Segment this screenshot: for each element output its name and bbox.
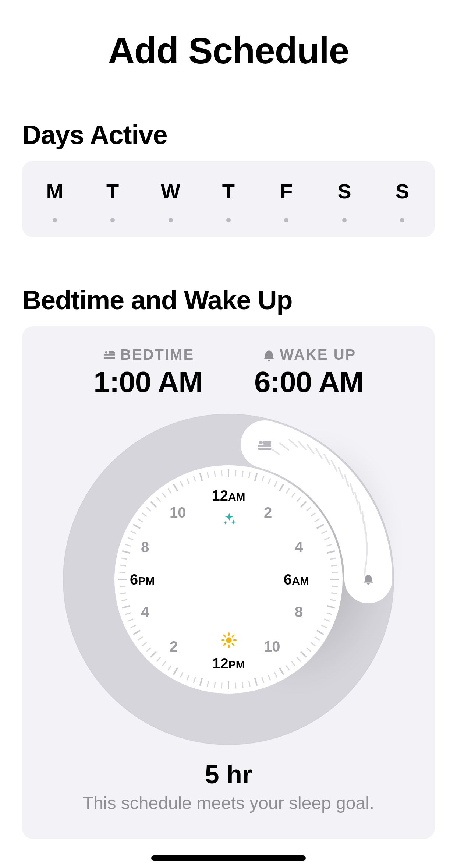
bedtime-header-text: BEDTIME (120, 346, 194, 363)
svg-line-28 (224, 635, 225, 636)
day-dot (110, 218, 115, 222)
dial-inner-face: 12AM 2 4 6AM 8 10 12PM 2 4 6PM 8 10 (114, 465, 343, 694)
home-indicator[interactable] (151, 855, 306, 861)
face-2: 2 (264, 504, 272, 521)
sleep-schedule-card: BEDTIME 1:00 AM WAKE UP 6:00 AM (22, 326, 435, 839)
wakeup-block: WAKE UP 6:00 AM (254, 346, 364, 399)
wakeup-value: 6:00 AM (254, 365, 364, 399)
day-toggle-sun[interactable]: S (384, 179, 421, 222)
day-dot (284, 218, 288, 222)
day-toggle-mon[interactable]: M (36, 179, 73, 222)
face-12am: 12AM (212, 487, 245, 504)
svg-rect-19 (258, 445, 271, 447)
day-letter: F (280, 179, 293, 203)
day-toggle-wed[interactable]: W (152, 179, 189, 222)
day-dot (53, 218, 57, 222)
bedtime-header: BEDTIME (93, 346, 203, 363)
bedtime-value: 1:00 AM (93, 365, 203, 399)
bell-icon (262, 347, 276, 362)
face-10t: 10 (170, 504, 186, 521)
svg-line-14 (365, 522, 365, 534)
face-12pm: 12PM (212, 655, 245, 672)
face-10: 10 (264, 638, 280, 655)
face-6am: 6AM (284, 571, 309, 588)
days-active-label: Days Active (22, 120, 435, 150)
svg-line-29 (233, 644, 234, 645)
days-active-card: M T W T F S S (22, 161, 435, 237)
svg-rect-22 (263, 441, 271, 445)
day-dot (169, 218, 173, 222)
day-dot (400, 218, 404, 222)
sleep-duration: 5 hr (37, 760, 420, 789)
day-toggle-tue[interactable]: T (94, 179, 131, 222)
svg-point-23 (226, 637, 231, 643)
day-toggle-thu[interactable]: T (210, 179, 247, 222)
day-toggle-sat[interactable]: S (326, 179, 363, 222)
page-title: Add Schedule (22, 29, 435, 72)
svg-rect-20 (258, 448, 271, 450)
day-letter: W (161, 179, 180, 203)
day-letter: S (396, 179, 409, 203)
face-4: 4 (295, 539, 303, 555)
face-6pm: 6PM (130, 571, 155, 588)
day-letter: M (46, 179, 63, 203)
bed-icon (102, 347, 117, 362)
bedtime-wake-label: Bedtime and Wake Up (22, 285, 435, 315)
svg-line-31 (233, 635, 234, 636)
sun-icon (220, 632, 237, 650)
day-dot (342, 218, 347, 222)
svg-line-30 (224, 644, 225, 645)
svg-point-21 (259, 441, 263, 444)
bedtime-block: BEDTIME 1:00 AM (93, 346, 203, 399)
day-letter: T (106, 179, 119, 203)
face-4b: 4 (141, 604, 149, 620)
day-toggle-fri[interactable]: F (268, 179, 305, 222)
sleep-goal-status: This schedule meets your sleep goal. (37, 793, 420, 813)
day-letter: S (337, 179, 351, 203)
day-dot (226, 218, 231, 222)
sleep-dial[interactable]: 12AM 2 4 6AM 8 10 12PM 2 4 6PM 8 10 (63, 414, 394, 745)
face-8t: 8 (141, 539, 149, 555)
sparkle-icon (221, 511, 237, 529)
day-letter: T (222, 179, 235, 203)
face-2b: 2 (170, 638, 178, 655)
face-8: 8 (295, 604, 303, 620)
wakeup-header: WAKE UP (254, 346, 364, 363)
wakeup-header-text: WAKE UP (280, 346, 357, 363)
